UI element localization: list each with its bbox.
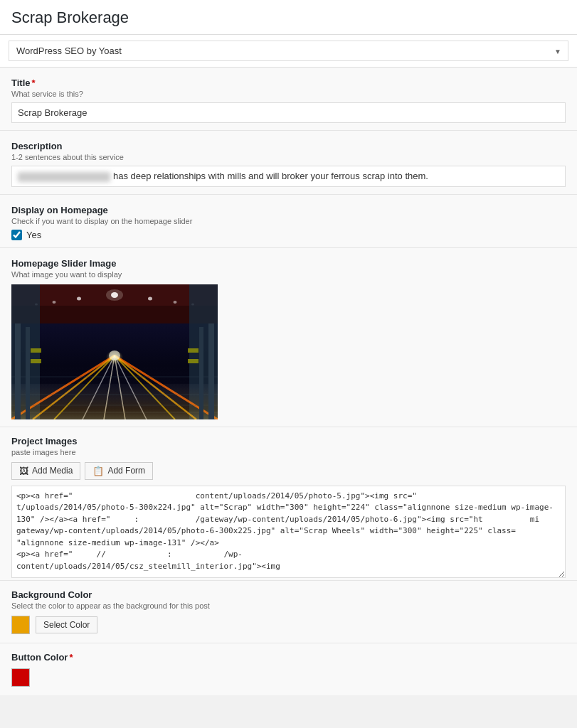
background-color-swatch[interactable]	[11, 616, 30, 634]
code-area-wrapper: <p><a href=" content/uploads/2014/05/pho…	[11, 486, 566, 580]
seo-section: WordPress SEO by Yoast	[0, 35, 577, 68]
title-hint: What service is this?	[11, 90, 566, 98]
slider-image-hint: What image you want to display	[11, 270, 566, 279]
svg-point-28	[109, 350, 120, 360]
homepage-checkbox-row: Yes	[11, 230, 566, 240]
slider-image-preview	[11, 284, 218, 419]
description-blurred	[18, 172, 110, 182]
button-color-swatch[interactable]	[11, 668, 30, 687]
page-title-bar: Scrap Brokerage	[0, 0, 577, 35]
homepage-display-label: Display on Homepage	[11, 205, 566, 215]
steel-mill-svg	[11, 284, 218, 419]
title-required: *	[32, 77, 36, 88]
svg-point-7	[53, 301, 56, 304]
background-color-section: Background Color Select the color to app…	[0, 581, 577, 643]
page-wrapper: Scrap Brokerage WordPress SEO by Yoast T…	[0, 0, 577, 695]
svg-rect-33	[199, 327, 203, 419]
select-color-button[interactable]: Select Color	[36, 616, 97, 633]
background-color-row: Select Color	[11, 616, 566, 634]
svg-rect-31	[208, 323, 214, 419]
button-color-section: Button Color*	[0, 643, 577, 695]
add-form-icon: 📋	[92, 466, 104, 476]
add-media-icon: 🖼	[19, 466, 28, 476]
description-hint: 1-2 sentences about this service	[11, 153, 566, 161]
project-images-hint: paste images here	[11, 448, 566, 456]
description-input[interactable]: has deep relationships with mills and wi…	[11, 166, 566, 187]
button-color-label: Button Color*	[11, 652, 566, 663]
homepage-display-section: Display on Homepage Check if you want to…	[0, 195, 577, 248]
slider-image-label: Homepage Slider Image	[11, 258, 566, 269]
homepage-checkbox[interactable]	[11, 230, 22, 240]
homepage-display-hint: Check if you want to display on the home…	[11, 217, 566, 225]
svg-point-4	[106, 289, 123, 301]
media-toolbar: 🖼 Add Media 📋 Add Form	[11, 462, 566, 480]
svg-rect-34	[188, 348, 198, 353]
add-media-label: Add Media	[32, 466, 73, 476]
project-images-textarea[interactable]: <p><a href=" content/uploads/2014/05/pho…	[11, 486, 566, 578]
svg-rect-35	[188, 359, 198, 363]
svg-point-5	[77, 296, 81, 300]
svg-rect-36	[31, 348, 41, 353]
svg-point-6	[148, 296, 152, 300]
svg-point-8	[174, 301, 177, 304]
seo-dropdown-wrapper[interactable]: WordPress SEO by Yoast	[9, 41, 568, 61]
svg-rect-29	[11, 384, 218, 419]
title-section: Title* What service is this?	[0, 68, 577, 131]
homepage-checkbox-label: Yes	[26, 230, 41, 240]
svg-rect-30	[15, 323, 21, 419]
project-images-section: Project Images paste images here 🖼 Add M…	[0, 427, 577, 581]
description-label: Description	[11, 141, 566, 151]
page-title: Scrap Brokerage	[11, 9, 566, 27]
svg-rect-32	[26, 327, 30, 419]
seo-dropdown[interactable]: WordPress SEO by Yoast	[9, 41, 568, 61]
project-images-label: Project Images	[11, 436, 566, 446]
background-color-hint: Select the color to appear as the backgr…	[11, 601, 566, 610]
slider-image-section: Homepage Slider Image What image you wan…	[0, 248, 577, 427]
svg-rect-37	[31, 359, 41, 363]
button-color-required: *	[69, 652, 73, 663]
add-form-button[interactable]: 📋 Add Form	[85, 462, 153, 480]
background-color-label: Background Color	[11, 589, 566, 600]
button-color-row	[11, 668, 566, 687]
description-visible-text: has deep relationships with mills and wi…	[113, 171, 428, 181]
add-form-label: Add Form	[107, 466, 145, 476]
title-label: Title*	[11, 77, 566, 88]
description-section: Description 1-2 sentences about this ser…	[0, 131, 577, 195]
title-input[interactable]	[11, 102, 566, 123]
add-media-button[interactable]: 🖼 Add Media	[11, 462, 80, 480]
